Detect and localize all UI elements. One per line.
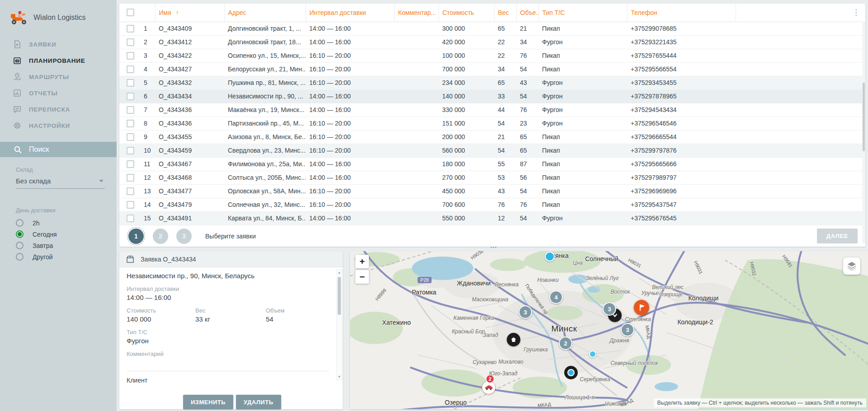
col-comment[interactable]: Комментар... [394,4,439,22]
row-checkbox[interactable] [127,133,134,141]
scrollbar-thumb[interactable] [863,83,865,151]
row-checkbox[interactable] [127,187,134,195]
row-checkbox-cell[interactable] [119,130,140,144]
table-row[interactable]: 2 О_4343412 Долгиновский тракт, 18... 14… [119,35,863,49]
layers-button[interactable] [843,257,860,275]
selected-order-marker[interactable] [634,300,649,315]
row-checkbox-cell[interactable] [119,22,140,35]
table-row[interactable]: 3 О_4343422 Осипенко ул., 15, Минск,... … [119,49,863,62]
sidebar-item-messages[interactable]: ПЕРЕПИСКА [0,101,117,117]
warehouse-select[interactable]: Без склада [16,177,105,185]
table-row[interactable]: 13 О_4343477 Орловская ул., 58А, Мин... … [119,184,863,198]
select-all-checkbox-cell[interactable] [119,4,140,22]
row-checkbox[interactable] [127,120,134,127]
sidebar-item-reports[interactable]: ОТЧЕТЫ [0,85,117,101]
row-checkbox-cell[interactable] [119,49,140,62]
col-phone[interactable]: Телефон [627,4,736,22]
scroll-up-icon[interactable]: ▲ [337,271,342,275]
table-row[interactable]: 11 О_4343467 Филимонова ул., 25а, Ми... … [119,157,863,171]
order-marker-blue[interactable] [545,252,555,262]
sidebar-item-planning[interactable]: ПЛАНИРОВАНИЕ [0,52,117,69]
cluster-marker[interactable]: 3 [621,323,634,336]
delete-button[interactable]: УДАЛИТЬ [236,395,281,409]
delivery-day-option[interactable]: Сегодня [16,229,105,240]
col-name[interactable]: Имя↑ [155,4,224,22]
sidebar-item-settings[interactable]: НАСТРОЙКИ [0,117,117,134]
table-row[interactable]: 14 О_4343479 Солнечная ул., 32, Минс... … [119,198,863,211]
row-checkbox-cell[interactable] [119,211,140,225]
table-row[interactable]: 9 О_4343455 Азизова ул., 8, Минск, Бе...… [119,130,863,144]
table-row[interactable]: 7 О_4343436 Макаёнка ул., 19, Минск... 1… [119,103,863,117]
col-vehicle[interactable]: Тип Т/С [538,4,627,22]
row-checkbox-cell[interactable] [119,103,140,117]
map-suburb-label: Запад [483,332,498,338]
col-cost[interactable]: Стоимость [439,4,494,22]
row-checkbox-cell[interactable] [119,171,140,184]
warehouse-marker[interactable] [507,333,520,346]
edit-button[interactable]: ИЗМЕНИТЬ [183,395,233,409]
panel-resize-handle[interactable]: ••• [488,244,499,250]
row-checkbox[interactable] [127,25,134,33]
table-row[interactable]: 4 О_4343427 Белорусская ул., 21, Мин... … [119,62,863,76]
scroll-down-icon[interactable]: ▼ [337,375,342,379]
col-volume[interactable]: Объе... [516,4,538,22]
search-input[interactable]: Поиск [0,142,117,157]
row-checkbox-cell[interactable] [119,198,140,211]
table-row[interactable]: 15 О_4343491 Карвата ул., 84, Минск, Б..… [119,211,863,225]
cluster-marker[interactable]: 4 [549,290,563,304]
row-checkbox-cell[interactable] [119,184,140,198]
row-checkbox[interactable] [127,147,134,154]
table-row[interactable]: 6 О_4343434 Независимости пр., 90, ... 1… [119,89,863,103]
row-checkbox-cell[interactable] [119,89,140,103]
row-checkbox[interactable] [127,52,134,60]
scrollbar-thumb[interactable] [338,277,341,315]
row-checkbox[interactable] [127,106,134,114]
pagination-step[interactable]: 1 [128,229,144,244]
table-row[interactable]: 1 О_4343409 Долгиновский тракт, 1, ... 1… [119,22,863,35]
row-checkbox-cell[interactable] [119,157,140,171]
next-button[interactable]: ДАЛЕЕ [817,229,858,243]
table-menu-icon[interactable]: ⋮ [852,9,860,16]
table-row[interactable]: 5 О_4343432 Пушкина пр., 81, Минск, ... … [119,76,863,89]
map[interactable]: Минск Ратомка Ждановичи Хатежино Озерцо … [350,251,868,409]
col-weight[interactable]: Вес [494,4,516,22]
row-checkbox[interactable] [127,201,134,209]
vehicle-marker-car[interactable]: 2 [482,381,495,394]
row-weight: 12 [494,211,516,225]
unit-marker-ring[interactable] [564,366,578,379]
pagination-step[interactable]: 3 [176,229,192,244]
select-all-checkbox[interactable] [127,9,134,16]
cluster-marker[interactable]: 3 [603,302,616,316]
delivery-day-option[interactable]: Завтра [16,240,105,251]
row-checkbox-cell[interactable] [119,76,140,89]
row-checkbox-cell[interactable] [119,117,140,130]
detail-scrollbar[interactable]: ▲ ▼ [336,269,342,380]
delivery-day-option[interactable]: Другой [16,251,105,262]
sidebar-item-routes[interactable]: МАРШРУТЫ [0,69,117,85]
table-row[interactable]: 8 О_4343436 Партизанский пр., 45, М... 1… [119,117,863,130]
delivery-day-option[interactable]: 2h [16,217,105,229]
row-checkbox[interactable] [127,65,134,73]
cluster-marker[interactable]: 2 [559,336,572,350]
row-checkbox-cell[interactable] [119,35,140,49]
row-checkbox[interactable] [127,79,134,87]
row-checkbox[interactable] [127,215,134,222]
row-checkbox[interactable] [127,160,134,168]
table-scrollbar[interactable] [862,22,865,243]
zoom-out-button[interactable]: − [355,270,369,284]
row-checkbox[interactable] [127,174,134,182]
pagination-step[interactable]: 2 [153,229,168,244]
row-checkbox[interactable] [127,38,134,46]
col-address[interactable]: Адрес [224,4,306,22]
table-row[interactable]: 10 О_4343459 Свердлова ул., 23, Минс... … [119,144,863,157]
sidebar-item-orders[interactable]: ЗАЯВКИ [0,36,117,52]
table-row[interactable]: 12 О_4343468 Солтыса ул., 205Б, Минс... … [119,171,863,184]
order-marker-blue-small[interactable] [589,350,596,358]
row-checkbox[interactable] [127,93,134,100]
cost-label: Стоимость [127,307,195,314]
col-interval[interactable]: Интервал доставки [306,4,394,22]
row-checkbox-cell[interactable] [119,144,140,157]
row-checkbox-cell[interactable] [119,62,140,76]
cluster-marker[interactable]: 3 [519,305,532,319]
zoom-in-button[interactable]: + [355,255,369,268]
